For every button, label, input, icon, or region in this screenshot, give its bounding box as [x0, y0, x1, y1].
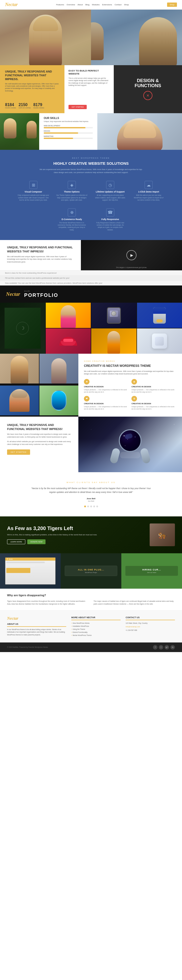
feature-item: ☁ 1-Click Demo Import With this add-on y… [131, 179, 166, 203]
cr-feat-icon: ⊕ [131, 396, 137, 401]
footer-about-col: Nectar ABOUT US In our WordPress theme t… [7, 616, 66, 637]
skill-bar: DESIGN [44, 130, 93, 134]
intro-yellow-block: UNIQUE, TRULY RESPONSIVE AND FUNCTIONAL … [0, 65, 64, 113]
scroll-text: Fill out this contact form and we can bu… [5, 277, 177, 279]
feature-title: Fully Responsive [94, 218, 126, 221]
feature-icon: ◷ [106, 181, 114, 189]
nav-link[interactable]: Features [56, 3, 64, 6]
footer-link[interactable]: » Installation WordPress [71, 625, 121, 628]
footer-links-list: » How WordPress Works» Installation Word… [71, 622, 121, 637]
scroll-banner-item: Best in class for the most outstanding W… [0, 270, 182, 275]
x-icon: ✕ [146, 94, 149, 97]
showcase-plugin-badge: ALL IN ONE PLUG... WordPress Plugin [61, 553, 121, 589]
portfolio-item[interactable] [91, 303, 136, 328]
portfolio-item[interactable] [46, 303, 91, 328]
nav-link[interactable]: Extensions [102, 3, 112, 6]
cr-feat-icon: ❤ [84, 396, 89, 401]
feature-desc: Fully Responsive Delivers a fresh new ve… [94, 221, 126, 231]
footer-link[interactable]: » Using the Theme [71, 628, 121, 631]
stat-item: 8184HOURS CODING [5, 103, 16, 109]
nav-link[interactable]: Blog [85, 3, 89, 6]
creativity-feature-item: ❤ CREATIVE IN DESIGN Unique products — O… [84, 396, 129, 410]
footer-about-title: ABOUT US [7, 623, 66, 627]
testimonial-quote: "Nectar is by far the most outstanding W… [30, 487, 152, 494]
responsive-cta-button[interactable]: GET STARTED [7, 449, 30, 455]
footer-grid: Nectar ABOUT US In our WordPress theme t… [7, 616, 175, 637]
creativity-section: SOME CREATIVE WORKS CREATIVITY IS NECTAR… [0, 354, 182, 417]
feature-icon: ⊞ [29, 181, 37, 189]
portfolio-grid: ☽ [0, 303, 182, 354]
portfolio-item[interactable] [137, 328, 182, 354]
scroll-text: Now available! You can use the best Word… [5, 282, 177, 284]
nav-link[interactable]: About [78, 3, 83, 6]
cr-feat-title: CREATIVE IN DESIGN [131, 385, 176, 388]
portfolio-item[interactable] [137, 303, 182, 328]
footer-contact-col: CONTACT US 123 Main Street, City, Countr… [126, 616, 175, 637]
portfolio-item[interactable] [46, 328, 91, 354]
skill-fill [44, 132, 78, 134]
social-icon[interactable]: t [159, 645, 163, 649]
portfolio-header: Nectar OUR PORTFOLIO [0, 285, 182, 303]
video-headline: UNIQUE, TRULY RESPONSIVE AND FUNCTIONAL … [7, 245, 74, 253]
cr-feat-desc: Unique products — Our uniqueness is refl… [131, 406, 176, 410]
design-functions-block: DESIGN & FUNCTIONS ✕ [114, 65, 182, 113]
social-icon[interactable]: f [153, 645, 158, 649]
stat-item: 8179HOURS CODING [34, 103, 44, 109]
video-thumbnail[interactable]: ▶ Это видео с ограниченным доступом. [81, 240, 182, 270]
skills-section: OUR SKILLS Unique, truly responsive and … [0, 113, 182, 150]
creativity-tag: SOME CREATIVE WORKS [84, 360, 176, 362]
feature-item: ◈ Theme Options Our Theme Options panel … [54, 179, 89, 203]
portfolio-item[interactable] [91, 328, 136, 354]
feature-item: ◷ Lifetime Updates of Support At last, s… [93, 179, 128, 203]
intro-desc: We craft beautiful and unique digital ex… [5, 83, 59, 92]
testimonial-dots [13, 506, 169, 507]
social-icon[interactable]: in [170, 645, 175, 649]
creativity-text-block: SOME CREATIVE WORKS CREATIVITY IS NECTAR… [78, 354, 182, 417]
functions-title: FUNCTIONS [135, 83, 161, 88]
nav-link[interactable]: Contact [115, 3, 121, 6]
creativity-desc: We craft beautiful and unique digital ex… [84, 370, 176, 375]
footer-link[interactable]: » How WordPress Works [71, 622, 121, 625]
responsive-desc2: It's all about which website you get com… [7, 441, 71, 445]
feature-icon: ⊕ [68, 208, 76, 216]
play-button[interactable]: ▶ [126, 250, 136, 260]
testimonial-dot[interactable] [96, 506, 98, 507]
responsive-section: UNIQUE, TRULY RESPONSIVE AND FUNCTIONAL … [0, 417, 182, 472]
astronaut-image [78, 417, 182, 472]
nav-link[interactable]: Modules [92, 3, 100, 6]
nav-logo[interactable]: Nectar [5, 2, 18, 7]
stat-label: CUPS OF COFFEE [18, 107, 30, 109]
nav-link[interactable]: Shop [124, 3, 129, 6]
nav-link[interactable]: Overview [67, 3, 75, 6]
stat-number: 8184 [5, 103, 16, 107]
scroll-banner-item: Fill out this contact form and we can bu… [0, 275, 182, 280]
cr-feat-desc: Unique products — Our uniqueness is refl… [84, 406, 129, 410]
testimonial-dot[interactable] [90, 506, 92, 507]
portfolio-our: OUR [24, 290, 58, 292]
learn-more-button[interactable]: LEARN MORE [7, 539, 25, 544]
hero-section [0, 10, 182, 65]
get-started-button[interactable]: GET STARTED [69, 105, 87, 109]
skills-title: OUR SKILLS [44, 117, 93, 119]
portfolio-item[interactable]: ☽ [0, 303, 45, 354]
testimonial-dot[interactable] [93, 506, 95, 507]
testimonial-author: Jose Bell [13, 498, 169, 500]
feature-title: Theme Options [56, 191, 88, 193]
feature-desc: With this add-on you can use easy WordPr… [133, 194, 164, 201]
footer-link[interactable]: » Nectar WordPress Theme [71, 634, 121, 637]
donate-button[interactable]: DONATE NOW [27, 539, 46, 544]
footer-link[interactable]: » Extend Functionality [71, 631, 121, 634]
play-icon: ▶ [131, 253, 133, 257]
shop-button[interactable]: Shop [167, 3, 177, 7]
footer-email: info@nectarwp.com [126, 625, 175, 628]
creativity-features: ★ CREATIVE IN DESIGN Unique products — O… [84, 379, 176, 410]
tiger-title: As Few as 3,200 Tigers Left [7, 525, 145, 531]
portfolio-section: Nectar OUR PORTFOLIO ☽ [0, 285, 182, 354]
testimonial-dot[interactable] [84, 506, 86, 507]
skill-fill [44, 138, 73, 139]
responsive-title: UNIQUE, TRULY RESPONSIVE AND FUNCTIONAL … [7, 423, 71, 431]
creativity-images [0, 354, 78, 417]
feature-title: E-Commerce Ready [56, 218, 88, 221]
testimonial-dot[interactable] [87, 506, 89, 507]
social-icon[interactable]: g+ [164, 645, 169, 649]
